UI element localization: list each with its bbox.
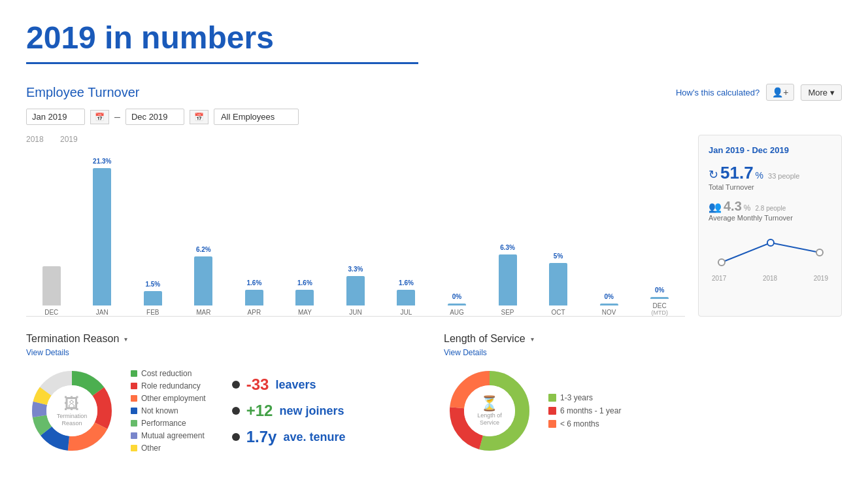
svg-point-2	[816, 249, 823, 256]
bar-label-aug: 0%	[452, 293, 461, 300]
bar-label-jan: 21.3%	[93, 158, 111, 165]
bar-group-jun-2019: 3.3%JUN	[330, 276, 381, 316]
legend-label-0: Cost reduction	[141, 369, 192, 378]
bottom-section: Termination Reason ▾ View Details	[26, 333, 842, 457]
bar-dec[interactable]	[42, 266, 61, 305]
date-to-calendar-button[interactable]: 📅	[190, 110, 209, 124]
bar-group-feb-2019: 1.5%FEB	[127, 291, 178, 316]
date-from-input[interactable]	[26, 109, 85, 125]
stat-row-0: -33 leavers	[232, 375, 346, 394]
summary-period: Jan 2019 - Dec 2019	[709, 145, 831, 155]
employee-filter-input[interactable]	[214, 109, 299, 125]
termination-legend-item: Other	[131, 444, 206, 453]
person-icon-button[interactable]: 👤+	[766, 84, 794, 101]
how-calculated-link[interactable]: How's this calculated?	[676, 88, 760, 97]
bar-jun[interactable]: 3.3%	[346, 276, 365, 305]
length-content: ⏳ Length ofService 1-3 years 6 months - …	[444, 365, 842, 457]
bar-label-feb: 1.5%	[145, 281, 160, 288]
bar-group-oct-2019: 5%OCT	[533, 263, 584, 316]
legend-color-4	[131, 420, 137, 427]
month-label-jun: JUN	[349, 309, 361, 316]
bar-group-aug-2019: 0%AUG	[431, 304, 482, 316]
length-service-section: Length of Service ▾ View Details	[444, 333, 842, 457]
bar-mar[interactable]: 6.2%	[194, 256, 212, 305]
month-sub-label: (MTD)	[651, 309, 668, 316]
bar-aug[interactable]: 0%	[448, 304, 466, 305]
length-legend-item-1: 6 months - 1 year	[548, 406, 621, 415]
length-legend-color-2	[548, 420, 556, 428]
bar-chart: DEC21.3%JAN1.5%FEB6.2%MAR1.6%APR1.6%MAY3…	[26, 147, 685, 317]
total-turnover-label: Total Turnover	[709, 183, 831, 191]
bar-may[interactable]: 1.6%	[295, 290, 314, 305]
stat-dot-2	[232, 433, 240, 441]
bar-jan[interactable]: 21.3%	[93, 168, 111, 305]
legend-color-3	[131, 408, 137, 414]
chart-year-2019: 2019	[814, 275, 828, 282]
month-label-nov: NOV	[602, 309, 616, 316]
more-label: More	[808, 88, 827, 97]
legend-color-1	[131, 383, 137, 389]
stat-value-0: -33	[246, 375, 269, 394]
bar-label-apr: 1.6%	[246, 279, 261, 287]
bar-group-apr-2019: 1.6%APR	[229, 290, 280, 316]
termination-section: Termination Reason ▾ View Details	[26, 333, 424, 457]
date-separator: –	[114, 111, 120, 123]
legend-label-1: Role redundancy	[141, 381, 201, 391]
length-view-details[interactable]: View Details	[444, 348, 842, 357]
avg-turnover-people: 2.8 people	[755, 205, 786, 212]
length-legend-item-2: < 6 months	[548, 419, 621, 428]
bar-feb[interactable]: 1.5%	[144, 291, 162, 305]
stat-desc-2: ave. tenure	[283, 430, 345, 444]
termination-legend-item: Role redundancy	[131, 381, 206, 391]
length-center-label: Length ofService	[477, 412, 502, 427]
length-title: Length of Service	[444, 333, 526, 345]
stat-desc-1: new joiners	[279, 404, 344, 418]
avg-turnover-pct: 4.3	[724, 199, 742, 214]
avg-turnover-label: Average Monthly Turnover	[709, 214, 831, 222]
chart-year-2018: 2018	[763, 275, 777, 282]
bar-group-jul-2019: 1.6%JUL	[381, 290, 432, 316]
length-icon: ⏳	[480, 395, 498, 411]
date-from-calendar-button[interactable]: 📅	[90, 110, 109, 124]
main-content: Employee Turnover How's this calculated?…	[0, 77, 868, 463]
bar-group-sep-2019: 6.3%SEP	[482, 254, 533, 316]
bar-group-dec-2018: DEC	[26, 266, 77, 316]
termination-legend-item: Mutual agreement	[131, 431, 206, 440]
month-label-may: MAY	[298, 309, 312, 316]
bar-nov[interactable]: 0%	[600, 304, 618, 305]
month-label-dec: DEC	[653, 302, 667, 309]
bar-group-dec-2019: 0%DEC(MTD)	[634, 297, 685, 316]
termination-content: 🖼 TerminationReason Cost reduction Role …	[26, 365, 424, 457]
avg-turnover-unit: %	[744, 203, 751, 213]
bar-label-nov: 0%	[604, 293, 613, 300]
bar-chart-container: 2018 2019 DEC21.3%JAN1.5%FEB6.2%MAR1.6%A…	[26, 135, 685, 317]
length-donut: ⏳ Length ofService	[444, 365, 535, 457]
termination-header: Termination Reason ▾	[26, 333, 424, 345]
chart-area: 2018 2019 DEC21.3%JAN1.5%FEB6.2%MAR1.6%A…	[26, 135, 842, 317]
termination-title: Termination Reason	[26, 333, 119, 345]
length-dropdown-icon[interactable]: ▾	[531, 336, 534, 343]
bar-sep[interactable]: 6.3%	[499, 254, 517, 305]
legend-color-2	[131, 395, 137, 402]
date-to-input[interactable]	[125, 109, 184, 125]
bar-label-jun: 3.3%	[348, 266, 363, 273]
bar-oct[interactable]: 5%	[549, 263, 567, 305]
page-title: 2019 in numbers	[0, 0, 868, 62]
more-button[interactable]: More ▾	[801, 84, 842, 101]
legend-label-2: Other employment	[141, 394, 206, 403]
termination-legend-item: Performance	[131, 419, 206, 428]
legend-color-0	[131, 370, 137, 377]
bar-dec[interactable]: 0%	[650, 297, 669, 299]
month-label-dec: DEC	[44, 309, 58, 316]
month-label-jul: JUL	[401, 309, 412, 316]
more-chevron-icon: ▾	[830, 88, 835, 97]
bar-apr[interactable]: 1.6%	[245, 290, 263, 305]
termination-dropdown-icon[interactable]: ▾	[124, 336, 127, 343]
bar-label-may: 1.6%	[297, 279, 312, 287]
turnover-refresh-icon: ↻	[709, 167, 718, 182]
bar-jul[interactable]: 1.6%	[397, 290, 415, 305]
svg-point-0	[718, 259, 725, 266]
total-turnover-pct: 51.7	[720, 163, 754, 183]
length-legend-label-2: < 6 months	[560, 419, 599, 428]
termination-view-details[interactable]: View Details	[26, 348, 424, 357]
